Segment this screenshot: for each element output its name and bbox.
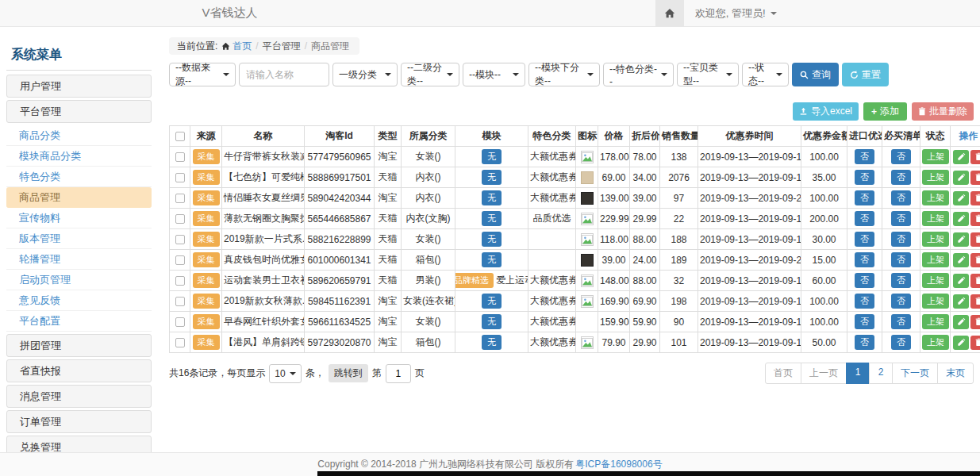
edit-button[interactable]: [953, 253, 969, 267]
delete-button[interactable]: [970, 171, 980, 185]
sidebar-section[interactable]: 订单管理: [6, 410, 152, 433]
row-checkbox[interactable]: [175, 297, 185, 306]
jump-page-input[interactable]: [386, 364, 411, 383]
row-checkbox[interactable]: [175, 214, 185, 224]
breadcrumb-home-link[interactable]: 首页: [221, 40, 252, 53]
edit-button[interactable]: [953, 150, 969, 164]
reset-button[interactable]: 重置: [842, 63, 889, 86]
status-button[interactable]: 上架: [922, 149, 949, 164]
delete-button[interactable]: [970, 336, 980, 350]
status-button[interactable]: 上架: [922, 252, 949, 267]
sidebar-subitem[interactable]: 版本管理: [6, 228, 152, 249]
must-buy-toggle[interactable]: 否: [891, 294, 911, 309]
sidebar-section[interactable]: 省直快报: [6, 359, 152, 382]
sidebar-subitem[interactable]: 轮播管理: [6, 249, 152, 270]
sidebar-section-platform[interactable]: 平台管理: [6, 100, 152, 123]
must-buy-toggle[interactable]: 否: [891, 190, 911, 205]
sidebar-subitem[interactable]: 启动页管理: [6, 270, 152, 290]
edit-button[interactable]: [953, 315, 969, 329]
sidebar-subitem[interactable]: 宣传物料: [6, 208, 152, 228]
sidebar-section[interactable]: 拼团管理: [6, 334, 152, 357]
sidebar-subitem[interactable]: 意见反馈: [6, 290, 152, 311]
sidebar-section-users[interactable]: 用户管理: [6, 75, 152, 98]
edit-button[interactable]: [953, 212, 969, 226]
sidebar-subitem[interactable]: 平台配置: [6, 311, 152, 332]
delete-button[interactable]: [970, 232, 980, 247]
must-buy-toggle[interactable]: 否: [891, 252, 911, 267]
import-select-toggle[interactable]: 否: [855, 211, 874, 226]
page-button[interactable]: 下一页: [892, 363, 938, 384]
edit-button[interactable]: [953, 274, 969, 288]
status-button[interactable]: 上架: [922, 335, 949, 350]
filter-select[interactable]: --模块--: [463, 63, 525, 86]
must-buy-toggle[interactable]: 否: [891, 335, 911, 350]
delete-button[interactable]: [970, 150, 980, 164]
sidebar-subitem[interactable]: 模块商品分类: [6, 146, 152, 167]
must-buy-toggle[interactable]: 否: [891, 314, 911, 329]
import-select-toggle[interactable]: 否: [855, 294, 874, 309]
delete-button[interactable]: [970, 315, 980, 329]
batch-delete-button[interactable]: 批量删除: [912, 102, 974, 121]
status-button[interactable]: 上架: [922, 232, 949, 247]
filter-select[interactable]: --宝贝类型--: [677, 63, 739, 86]
row-checkbox[interactable]: [175, 317, 185, 327]
add-button[interactable]: + 添加: [863, 102, 907, 121]
page-button[interactable]: 上一页: [801, 363, 847, 384]
home-nav-button[interactable]: [655, 0, 684, 26]
user-menu[interactable]: 欢迎您, 管理员!: [684, 0, 788, 26]
status-button[interactable]: 上架: [922, 211, 949, 226]
import-select-toggle[interactable]: 否: [855, 273, 874, 288]
page-button[interactable]: 末页: [937, 363, 974, 384]
row-checkbox[interactable]: [175, 152, 185, 162]
import-excel-button[interactable]: 导入excel: [793, 102, 859, 121]
filter-select[interactable]: --状态--: [742, 63, 789, 86]
delete-button[interactable]: [970, 274, 980, 288]
import-select-toggle[interactable]: 否: [855, 149, 874, 164]
filter-select[interactable]: --数据来源--: [169, 63, 236, 86]
must-buy-toggle[interactable]: 否: [891, 273, 911, 288]
delete-button[interactable]: [970, 212, 980, 226]
sidebar-subitem[interactable]: 商品分类: [6, 125, 152, 146]
sidebar-section[interactable]: 消息管理: [6, 385, 152, 408]
row-checkbox[interactable]: [175, 338, 185, 347]
filter-select[interactable]: --二级分类--: [401, 63, 459, 86]
name-search-input[interactable]: [239, 63, 329, 86]
status-button[interactable]: 上架: [922, 273, 949, 288]
jump-to-button[interactable]: 跳转到: [329, 364, 368, 382]
edit-button[interactable]: [953, 294, 969, 309]
import-select-toggle[interactable]: 否: [855, 252, 874, 267]
sidebar-subitem[interactable]: 特色分类: [6, 167, 152, 187]
status-button[interactable]: 上架: [922, 294, 949, 309]
page-button[interactable]: 2: [869, 363, 893, 384]
sidebar-section[interactable]: 兑换管理: [6, 436, 152, 452]
edit-button[interactable]: [953, 232, 969, 247]
status-button[interactable]: 上架: [922, 170, 949, 185]
edit-button[interactable]: [953, 336, 969, 350]
row-checkbox[interactable]: [175, 255, 185, 265]
page-button[interactable]: 首页: [765, 363, 801, 384]
icp-link[interactable]: 粤ICP备16098006号: [575, 458, 662, 471]
import-select-toggle[interactable]: 否: [855, 232, 874, 247]
filter-select[interactable]: --模块下分类--: [528, 63, 600, 86]
must-buy-toggle[interactable]: 否: [891, 149, 911, 164]
edit-button[interactable]: [953, 171, 969, 185]
row-checkbox[interactable]: [175, 173, 185, 182]
must-buy-toggle[interactable]: 否: [891, 211, 911, 226]
row-checkbox[interactable]: [175, 194, 185, 203]
filter-select[interactable]: --特色分类--: [603, 63, 674, 86]
import-select-toggle[interactable]: 否: [855, 170, 874, 185]
delete-button[interactable]: [970, 294, 980, 309]
per-page-select[interactable]: 10: [269, 364, 301, 383]
delete-button[interactable]: [970, 191, 980, 205]
select-all-checkbox[interactable]: [175, 132, 185, 141]
must-buy-toggle[interactable]: 否: [891, 170, 911, 185]
status-button[interactable]: 上架: [922, 190, 949, 205]
sidebar-subitem[interactable]: 商品管理: [6, 187, 152, 208]
edit-button[interactable]: [953, 191, 969, 205]
page-button[interactable]: 1: [846, 363, 870, 384]
row-checkbox[interactable]: [175, 235, 185, 244]
import-select-toggle[interactable]: 否: [855, 335, 874, 350]
import-select-toggle[interactable]: 否: [855, 190, 874, 205]
row-checkbox[interactable]: [175, 276, 185, 286]
delete-button[interactable]: [970, 253, 980, 267]
